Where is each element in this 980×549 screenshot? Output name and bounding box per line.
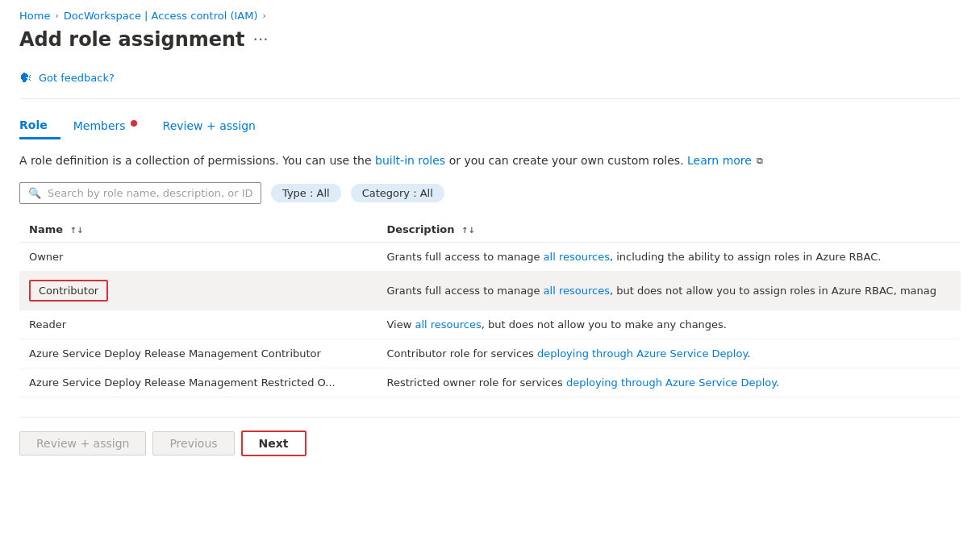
desc-after: , but does not allow you to make any cha… — [482, 318, 727, 331]
desc-text-middle: or you can create your own custom roles. — [449, 154, 687, 167]
desc-link[interactable]: all resources — [415, 318, 481, 331]
learn-more-link[interactable]: Learn more — [687, 154, 752, 167]
breadcrumb-workspace[interactable]: DocWorkspace | Access control (IAM) — [64, 10, 258, 22]
role-name-cell: Contributor — [19, 272, 377, 310]
tab-role[interactable]: Role — [19, 112, 60, 139]
tabs-row: Role Members Review + assign — [19, 112, 961, 139]
table-row[interactable]: OwnerGrants full access to manage all re… — [19, 243, 961, 272]
roles-table-container: Name ↑↓ Description ↑↓ OwnerGrants full … — [19, 217, 961, 397]
role-desc-cell: Grants full access to manage all resourc… — [377, 243, 961, 272]
desc-before: Grants full access to manage — [386, 285, 543, 297]
desc-sort-icon: ↑↓ — [461, 226, 475, 235]
name-sort-icon: ↑↓ — [70, 226, 84, 235]
role-desc-cell: Restricted owner role for services deplo… — [377, 368, 961, 397]
table-row[interactable]: Azure Service Deploy Release Management … — [19, 368, 961, 397]
roles-table: Name ↑↓ Description ↑↓ OwnerGrants full … — [19, 217, 961, 397]
table-header-row: Name ↑↓ Description ↑↓ — [19, 217, 961, 243]
page-title-row: Add role assignment ··· — [19, 28, 961, 51]
type-filter[interactable]: Type : All — [271, 184, 341, 202]
review-assign-button[interactable]: Review + assign — [19, 431, 146, 455]
feedback-bar: 🗣 Got feedback? — [19, 64, 961, 92]
role-desc-cell: Grants full access to manage all resourc… — [377, 272, 961, 310]
tab-review-assign[interactable]: Review + assign — [150, 112, 269, 139]
table-row[interactable]: ReaderView all resources, but does not a… — [19, 310, 961, 339]
desc-link[interactable]: deploying through Azure Service Deploy — [537, 347, 747, 360]
desc-link[interactable]: all resources — [544, 285, 610, 297]
desc-after: , but does not allow you to assign roles… — [610, 285, 936, 297]
desc-text-before: A role definition is a collection of per… — [19, 154, 375, 167]
desc-before: Contributor role for services — [386, 347, 537, 360]
page-title: Add role assignment — [19, 28, 245, 51]
feedback-icon: 🗣 — [19, 70, 32, 85]
desc-link[interactable]: deploying through Azure Service Deploy — [566, 376, 776, 389]
filter-row: 🔍 Type : All Category : All — [19, 182, 961, 204]
role-desc-cell: View all resources, but does not allow y… — [377, 310, 961, 339]
role-description: A role definition is a collection of per… — [19, 152, 961, 169]
tab-members[interactable]: Members — [60, 112, 150, 139]
breadcrumb: Home › DocWorkspace | Access control (IA… — [19, 0, 961, 28]
category-filter[interactable]: Category : All — [351, 184, 444, 202]
divider — [19, 98, 961, 99]
col-header-description[interactable]: Description ↑↓ — [377, 217, 961, 243]
role-name-cell: Reader — [19, 310, 377, 339]
table-row[interactable]: Azure Service Deploy Release Management … — [19, 339, 961, 368]
external-link-icon: ⧉ — [757, 156, 763, 166]
desc-before: View — [386, 318, 415, 331]
built-in-roles-link[interactable]: built-in roles — [375, 154, 445, 167]
desc-after: . — [776, 376, 779, 389]
role-name-selected-wrapper: Contributor — [29, 280, 108, 302]
desc-after: . — [747, 347, 750, 360]
desc-before: Grants full access to manage — [386, 251, 543, 263]
ellipsis-menu[interactable]: ··· — [253, 30, 269, 49]
search-icon: 🔍 — [28, 187, 41, 199]
role-name-cell: Azure Service Deploy Release Management … — [19, 339, 377, 368]
search-input[interactable] — [48, 187, 252, 199]
desc-link[interactable]: all resources — [544, 251, 610, 263]
breadcrumb-sep2: › — [263, 10, 266, 21]
table-row[interactable]: ContributorGrants full access to manage … — [19, 272, 961, 310]
role-name-cell: Azure Service Deploy Release Management … — [19, 368, 377, 397]
role-desc-cell: Contributor role for services deploying … — [377, 339, 961, 368]
previous-button[interactable]: Previous — [152, 431, 234, 455]
desc-after: , including the ability to assign roles … — [610, 251, 881, 263]
breadcrumb-sep1: › — [55, 10, 58, 21]
members-notification-dot — [131, 120, 137, 127]
footer-bar: Review + assign Previous Next — [19, 417, 961, 456]
search-box: 🔍 — [19, 182, 261, 204]
col-header-name[interactable]: Name ↑↓ — [19, 217, 377, 243]
breadcrumb-home[interactable]: Home — [19, 10, 50, 22]
next-button[interactable]: Next — [241, 430, 307, 456]
desc-before: Restricted owner role for services — [386, 376, 565, 389]
role-name-cell: Owner — [19, 243, 377, 272]
feedback-link[interactable]: Got feedback? — [39, 72, 115, 84]
